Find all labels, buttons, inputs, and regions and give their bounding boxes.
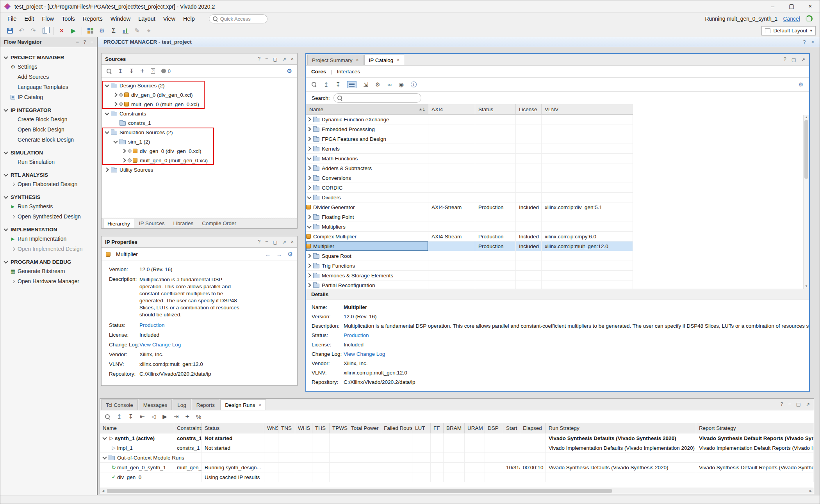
menu-layout[interactable]: Layout [134, 14, 159, 23]
maximize-icon[interactable]: ↗ [801, 57, 805, 62]
help-icon[interactable]: ? [258, 56, 260, 62]
save-icon[interactable] [4, 26, 15, 36]
tab-log[interactable]: Log [173, 399, 191, 410]
close-icon[interactable]: × [291, 56, 294, 62]
add-sources-icon[interactable]: + [140, 67, 144, 75]
column-header[interactable]: TNS [278, 423, 295, 433]
collapse-all-icon[interactable]: ↥ [117, 413, 122, 420]
percent-icon[interactable]: % [196, 413, 201, 420]
flownav-item-run-synthesis[interactable]: ▶Run Synthesis [0, 201, 97, 211]
view-change-log-link[interactable]: View Change Log [344, 351, 385, 357]
catalog-row[interactable]: Math Functions [306, 154, 633, 163]
run-icon[interactable]: ▶ [68, 26, 79, 36]
column-header[interactable]: Run Strategy [546, 423, 696, 433]
menu-help[interactable]: Help [179, 14, 199, 23]
subtab-cores[interactable]: Cores [311, 69, 326, 75]
scroll-down-icon[interactable]: ▼ [804, 284, 809, 289]
flownav-section-simulation[interactable]: SIMULATION [0, 148, 97, 157]
column-header[interactable]: LUT [412, 423, 431, 433]
catalog-row[interactable]: Trig Functions [306, 261, 633, 271]
settings-gear-icon[interactable]: ⚙ [799, 81, 804, 88]
column-header[interactable]: BRAM [444, 423, 465, 433]
chevron-right-icon[interactable] [112, 92, 119, 98]
chevron-right-icon[interactable] [306, 253, 312, 259]
settings-gear-icon[interactable]: ⚙ [288, 251, 293, 258]
tree-row-simulation-sources[interactable]: Simulation Sources (2) [102, 128, 297, 137]
flownav-item-open-block-design[interactable]: Open Block Design [0, 124, 97, 135]
catalog-row[interactable]: FPGA Features and Design [306, 134, 633, 144]
catalog-row[interactable]: CORDIC [306, 183, 633, 193]
catalog-row[interactable]: Conversions [306, 173, 633, 183]
column-header-status[interactable]: Status [475, 104, 516, 114]
flownav-item-ip-catalog[interactable]: IP Catalog [0, 92, 97, 102]
flownav-item-settings[interactable]: ⚙Settings [0, 62, 97, 72]
maximize-button[interactable]: ▢ [782, 0, 801, 13]
create-run-icon[interactable]: + [185, 413, 189, 421]
chevron-down-icon[interactable] [104, 110, 110, 117]
run-row-impl-1[interactable]: ▷impl_1 constrs_1 Not started Vivado Imp… [100, 443, 814, 453]
expand-all-icon[interactable]: ↧ [336, 81, 341, 88]
help-icon[interactable]: ? [784, 57, 786, 62]
catalog-row[interactable]: Adders & Subtracters [306, 163, 633, 173]
forward-arrow-icon[interactable]: → [276, 251, 282, 257]
column-header[interactable]: Report Strategy [696, 423, 814, 433]
column-header-vlnv[interactable]: VLNV [542, 104, 633, 114]
tree-row-sim-1[interactable]: sim_1 (2) [102, 137, 297, 146]
report-chart-icon[interactable] [120, 26, 131, 36]
hierarchy-view-icon[interactable] [348, 82, 356, 88]
column-header[interactable]: DSP [485, 423, 503, 433]
tree-row-constrs-1[interactable]: constrs_1 [102, 118, 297, 128]
column-header-name[interactable]: Name1 [306, 104, 428, 114]
catalog-row[interactable]: Dividers [306, 193, 633, 202]
catalog-row[interactable]: Floating Point [306, 212, 633, 222]
tree-row-mult-gen-0[interactable]: mult_gen_0 (mult_gen_0.xci) [102, 99, 297, 109]
tab-messages[interactable]: Messages [139, 399, 172, 410]
web-icon[interactable]: ◉ [399, 81, 404, 88]
flownav-item-run-simulation[interactable]: Run Simulation [0, 157, 97, 167]
undo-icon[interactable]: ↶ [16, 26, 27, 36]
horizontal-scrollbar[interactable]: ◀ ▶ [100, 488, 814, 494]
flownav-item-open-implemented-design[interactable]: Open Implemented Design [0, 244, 97, 254]
close-icon[interactable]: × [291, 239, 294, 245]
column-header[interactable]: FF [431, 423, 444, 433]
tab-tcl-console[interactable]: Tcl Console [101, 399, 138, 410]
menu-tools[interactable]: Tools [58, 14, 79, 23]
catalog-row[interactable]: Memories & Storage Elements [306, 271, 633, 280]
menu-window[interactable]: Window [107, 14, 135, 23]
help-icon[interactable]: ? [258, 239, 260, 245]
chevron-right-icon[interactable] [306, 136, 312, 142]
float-icon[interactable]: ▢ [791, 57, 796, 62]
tab-ip-sources[interactable]: IP Sources [135, 218, 169, 228]
scrollbar-track[interactable] [106, 488, 808, 494]
help-icon[interactable]: ? [780, 401, 783, 407]
flownav-item-language-templates[interactable]: Language Templates [0, 82, 97, 92]
column-header[interactable]: WNS [264, 423, 278, 433]
run-row-div-gen-0[interactable]: ✓div_gen_0 Using cached IP results [100, 472, 814, 482]
collapse-all-icon[interactable]: ↥ [324, 81, 329, 88]
maximize-icon[interactable]: ↗ [282, 239, 286, 245]
menu-flow[interactable]: Flow [38, 14, 58, 23]
filter-badge[interactable]: 0 [161, 68, 171, 74]
minimize-icon[interactable]: − [265, 239, 268, 245]
column-header[interactable]: URAM [465, 423, 485, 433]
flownav-item-run-implementation[interactable]: ▶Run Implementation [0, 234, 97, 244]
chevron-right-icon[interactable] [306, 272, 312, 279]
run-row-synth-1[interactable]: ▷synth_1 (active) constrs_1 Not started … [100, 433, 814, 443]
chevron-down-icon[interactable] [104, 129, 110, 135]
catalog-row-multiplier-selected[interactable]: MultiplierProductionIncludedxilinx.com:i… [306, 241, 633, 251]
minimize-icon[interactable]: − [90, 39, 93, 45]
probe-icon[interactable]: ⌖ [143, 26, 154, 36]
float-icon[interactable]: ▢ [273, 239, 277, 245]
chevron-down-icon[interactable] [102, 454, 108, 461]
chevron-right-icon[interactable] [306, 263, 312, 269]
flownav-section-rtl-analysis[interactable]: RTL ANALYSIS [0, 170, 97, 179]
chevron-down-icon[interactable] [102, 435, 108, 441]
column-header[interactable]: THS [312, 423, 330, 433]
chevron-right-icon[interactable] [306, 282, 312, 288]
scrollbar-thumb[interactable] [107, 489, 612, 493]
flownav-item-create-block-design[interactable]: Create Block Design [0, 114, 97, 124]
chevron-right-icon[interactable] [104, 167, 110, 173]
chevron-right-icon[interactable] [306, 116, 312, 122]
stop-icon[interactable]: × [56, 26, 67, 36]
column-header-axi4[interactable]: AXI4 [428, 104, 475, 114]
